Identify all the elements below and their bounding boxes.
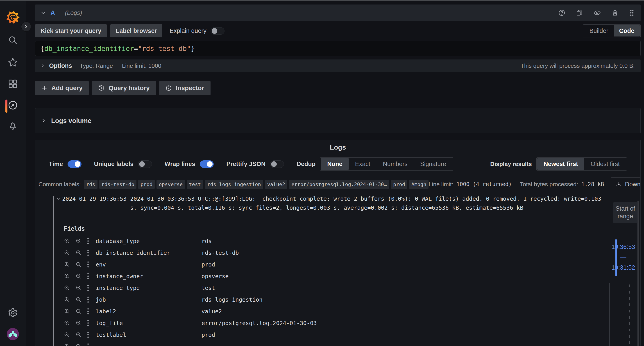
filter-out-value-icon[interactable] — [76, 320, 82, 326]
inspector-button[interactable]: Inspector — [159, 81, 210, 95]
prettify-json-toggle-group: Prettify JSON — [226, 160, 284, 168]
logs-volume-panel[interactable]: Logs volume — [35, 108, 640, 133]
filter-out-value-icon[interactable] — [76, 273, 82, 279]
query-history-button[interactable]: Query history — [92, 81, 156, 95]
dedup-group: Dedup None Exact Numbers Signature — [296, 157, 453, 171]
kick-start-button[interactable]: Kick start your query — [35, 24, 107, 37]
field-kebab-icon[interactable] — [87, 249, 89, 256]
field-value: prod — [202, 261, 215, 268]
options-type: Type: Range — [80, 62, 113, 69]
filter-for-value-icon[interactable] — [64, 343, 70, 346]
duplicate-query-icon[interactable] — [576, 9, 583, 17]
filter-out-value-icon[interactable] — [76, 308, 82, 314]
field-kebab-icon[interactable] — [87, 308, 89, 315]
label-browser-button[interactable]: Label browser — [110, 24, 162, 37]
alerting-bell-icon[interactable] — [8, 121, 18, 131]
explain-query-toggle[interactable] — [210, 27, 224, 35]
settings-gear-icon[interactable] — [8, 308, 18, 318]
prettify-json-toggle[interactable] — [270, 160, 284, 168]
code-mode-option[interactable]: Code — [614, 25, 640, 37]
filter-out-value-icon[interactable] — [76, 238, 82, 244]
label-tag: rds_logs_ingestion — [205, 180, 263, 189]
user-avatar[interactable] — [7, 328, 19, 340]
field-kebab-icon[interactable] — [87, 296, 89, 303]
field-row-actions — [64, 273, 89, 279]
filter-out-value-icon[interactable] — [76, 261, 82, 268]
field-kebab-icon[interactable] — [87, 284, 89, 291]
datasource-hint: (Logs) — [65, 10, 82, 17]
display-option-oldest[interactable]: Oldest first — [584, 158, 626, 170]
field-kebab-icon[interactable] — [87, 273, 89, 279]
wrap-lines-toggle[interactable] — [200, 160, 214, 168]
filter-for-value-icon[interactable] — [64, 250, 70, 256]
dedup-segmented-control: None Exact Numbers Signature — [320, 157, 453, 171]
filter-for-value-icon[interactable] — [64, 261, 70, 268]
field-key: db_instance_identifier — [96, 250, 202, 256]
dedup-option-signature[interactable]: Signature — [414, 158, 452, 170]
explore-compass-icon[interactable] — [8, 100, 18, 110]
filter-out-value-icon[interactable] — [76, 250, 82, 256]
hide-response-eye-icon[interactable] — [593, 9, 601, 17]
field-kebab-icon[interactable] — [87, 343, 89, 346]
field-value: value2 — [202, 308, 222, 315]
collapse-query-chevron-icon[interactable] — [41, 11, 46, 15]
starred-icon[interactable] — [8, 57, 18, 67]
options-chevron-icon[interactable] — [41, 64, 44, 68]
field-value: rds-test-db — [202, 250, 239, 256]
filter-for-value-icon[interactable] — [64, 320, 70, 326]
dedup-option-exact[interactable]: Exact — [349, 158, 377, 170]
explain-query-label: Explain query — [170, 28, 206, 35]
field-row: label2 value2 — [58, 305, 612, 317]
remove-query-trash-icon[interactable] — [611, 9, 618, 17]
add-query-button[interactable]: Add query — [35, 81, 89, 95]
field-row: db_instance_identifier rds-test-db — [58, 247, 612, 259]
label-tag: error/postgresql.log.2024-01-30… — [289, 180, 389, 189]
builder-mode-option[interactable]: Builder — [584, 25, 614, 37]
filter-out-value-icon[interactable] — [76, 343, 82, 346]
logql-query-input[interactable]: {db_instance_identifier="rds-test-db"} — [35, 41, 640, 56]
download-button[interactable]: Download — [611, 177, 640, 191]
dedup-option-none[interactable]: None — [321, 158, 349, 170]
prettify-json-label: Prettify JSON — [226, 161, 266, 168]
filter-for-value-icon[interactable] — [64, 331, 70, 338]
dashboards-icon[interactable] — [8, 79, 18, 89]
query-row-header[interactable]: A (Logs) — [35, 5, 640, 21]
filter-out-value-icon[interactable] — [76, 296, 82, 303]
active-nav-indicator — [6, 100, 8, 113]
field-row-partial — [58, 340, 612, 346]
label-tag: value2 — [265, 180, 287, 189]
query-options-bar[interactable]: Options Type: Range Line limit: 1000 Thi… — [35, 60, 640, 72]
log-collapse-chevron-icon[interactable] — [56, 197, 60, 200]
help-icon[interactable] — [558, 9, 566, 17]
filter-for-value-icon[interactable] — [64, 308, 70, 314]
field-kebab-icon[interactable] — [87, 320, 89, 326]
filter-for-value-icon[interactable] — [64, 285, 70, 291]
filter-out-value-icon[interactable] — [76, 331, 82, 338]
field-kebab-icon[interactable] — [87, 238, 89, 244]
grafana-logo[interactable] — [6, 10, 20, 24]
filter-out-value-icon[interactable] — [76, 285, 82, 291]
timeline-dashed-line — [629, 284, 630, 346]
display-option-newest[interactable]: Newest first — [537, 158, 584, 170]
expand-sidebar-button[interactable] — [21, 22, 31, 32]
dedup-option-numbers[interactable]: Numbers — [376, 158, 414, 170]
field-key: job — [96, 296, 202, 303]
field-kebab-icon[interactable] — [87, 261, 89, 268]
filter-for-value-icon[interactable] — [64, 238, 70, 244]
log-entry[interactable]: 2024-01-29 19:36:53 2024-01-30 03:36:53 … — [53, 194, 640, 212]
filter-for-value-icon[interactable] — [64, 296, 70, 303]
toggle-knob — [207, 161, 212, 167]
field-row-actions — [64, 249, 89, 256]
logs-scrollbar[interactable] — [638, 201, 638, 346]
time-toggle[interactable] — [68, 160, 82, 168]
search-icon[interactable] — [8, 35, 18, 45]
field-row: log_file error/postgresql.log.2024-01-30… — [58, 317, 612, 329]
options-line-limit: Line limit: 1000 — [122, 62, 161, 69]
field-kebab-icon[interactable] — [87, 331, 89, 338]
label-tag: rds-test-db — [99, 180, 137, 189]
unique-labels-toggle[interactable] — [138, 160, 152, 168]
drag-handle-icon[interactable] — [629, 9, 635, 17]
logs-volume-chevron-icon[interactable] — [42, 119, 46, 123]
query-token-lbrace: { — [40, 45, 44, 53]
filter-for-value-icon[interactable] — [64, 273, 70, 279]
